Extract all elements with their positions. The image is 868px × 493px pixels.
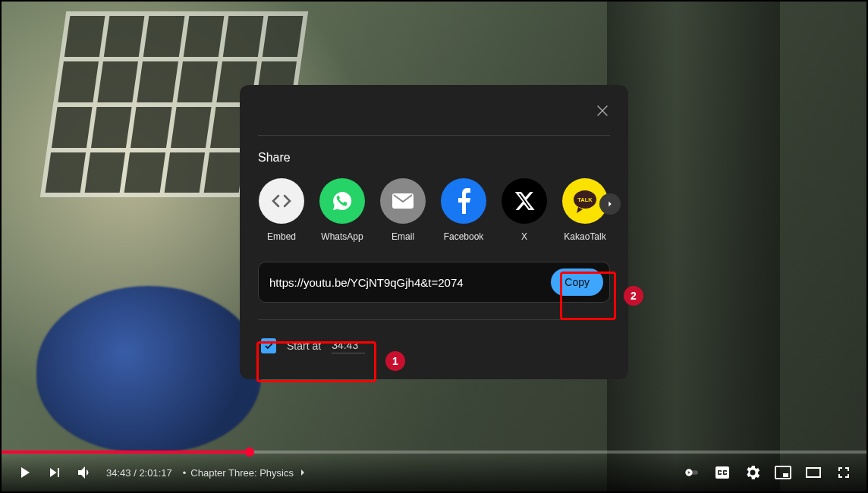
theater-icon — [804, 463, 822, 482]
bullet: • — [183, 467, 187, 479]
miniplayer-icon — [774, 463, 792, 482]
start-at-time[interactable]: 34:43 — [332, 339, 365, 353]
whatsapp-icon — [319, 178, 365, 224]
time-display: 34:43 / 2:01:17 — [106, 467, 172, 479]
current-time: 34:43 — [106, 467, 131, 479]
share-target-label: Embed — [267, 231, 296, 242]
duration: 2:01:17 — [139, 467, 171, 479]
start-at-row: Start at 34:43 — [258, 334, 373, 358]
volume-icon — [76, 463, 94, 482]
share-url-row: https://youtu.be/YCjNT9qGjh4&t=2074 Copy — [258, 262, 610, 303]
share-target-whatsapp[interactable]: WhatsApp — [319, 178, 366, 242]
share-target-label: WhatsApp — [321, 231, 363, 242]
play-button[interactable] — [9, 457, 39, 488]
captions-icon — [713, 463, 731, 482]
bg-pillar — [607, 2, 780, 491]
chevron-right-icon — [297, 466, 309, 479]
share-target-facebook[interactable]: Facebook — [440, 178, 487, 242]
autoplay-toggle[interactable] — [677, 457, 707, 488]
divider — [258, 135, 610, 136]
captions-button[interactable] — [707, 457, 737, 488]
check-icon — [263, 341, 274, 351]
share-targets-row: EmbedWhatsAppEmailFacebookXTALKKakaoTalk — [240, 178, 628, 242]
chapter-button[interactable]: Chapter Three: Physics — [190, 466, 309, 479]
divider — [258, 319, 610, 320]
facebook-icon — [441, 178, 486, 224]
settings-button[interactable] — [737, 457, 768, 488]
chevron-right-icon — [605, 199, 615, 209]
fullscreen-button[interactable] — [829, 457, 859, 488]
share-title: Share — [258, 151, 610, 165]
start-at-label: Start at — [287, 340, 321, 352]
share-url-text[interactable]: https://youtu.be/YCjNT9qGjh4&t=2074 — [269, 276, 551, 289]
svg-text:TALK: TALK — [577, 196, 593, 203]
miniplayer-button[interactable] — [768, 457, 798, 488]
bg-blue-object — [36, 286, 261, 453]
autoplay-icon — [683, 463, 701, 482]
fullscreen-icon — [835, 463, 853, 482]
next-button[interactable] — [39, 457, 70, 488]
share-next-button[interactable] — [599, 193, 621, 215]
gear-icon — [744, 463, 762, 482]
embed-icon — [259, 178, 304, 224]
play-icon — [15, 463, 33, 482]
start-at-checkbox[interactable] — [261, 338, 276, 353]
x-icon — [502, 178, 547, 224]
email-icon — [380, 178, 426, 224]
next-icon — [46, 463, 64, 482]
share-target-label: Facebook — [444, 231, 484, 242]
share-dialog: Share EmbedWhatsAppEmailFacebookXTALKKak… — [240, 85, 628, 379]
share-target-x[interactable]: X — [501, 178, 548, 242]
share-target-label: X — [521, 231, 527, 242]
close-icon — [594, 102, 611, 119]
share-target-label: Email — [392, 231, 414, 242]
share-target-label: KakaoTalk — [564, 231, 605, 242]
close-button[interactable] — [587, 96, 618, 126]
chapter-label: Chapter Three: Physics — [190, 467, 294, 479]
share-target-email[interactable]: Email — [379, 178, 426, 242]
copy-button[interactable]: Copy — [551, 268, 603, 296]
player-controls: 34:43 / 2:01:17 • Chapter Three: Physics — [2, 454, 866, 491]
volume-button[interactable] — [70, 457, 100, 488]
theater-button[interactable] — [798, 457, 829, 488]
share-target-embed[interactable]: Embed — [258, 178, 305, 242]
